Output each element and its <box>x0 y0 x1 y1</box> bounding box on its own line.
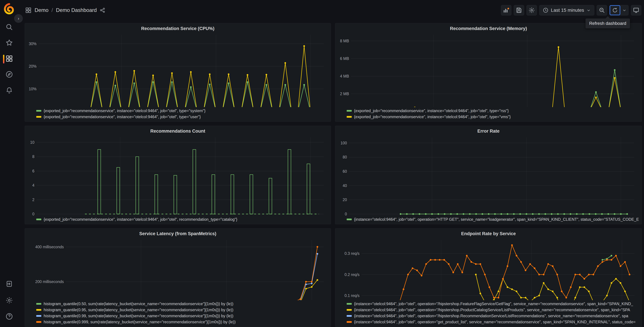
legend-label[interactable]: {exported_job="recommendationservice", i… <box>354 115 511 119</box>
clock-icon <box>543 8 548 13</box>
error-rate-chart[interactable]: 02040608010021:5021:5522:00 <box>338 135 639 216</box>
active-indicator <box>3 55 4 64</box>
legend-swatch <box>347 218 352 220</box>
legend-item: {instance="otelcol:9464", job="otel", op… <box>347 307 639 313</box>
sidebar-item-starred[interactable] <box>0 36 18 50</box>
legend-item: {instance="otelcol:9464", job="otel", op… <box>347 216 639 222</box>
sidebar-item-search[interactable] <box>0 20 18 34</box>
legend-swatch <box>347 303 352 305</box>
panel-title[interactable]: Recommendations Count <box>28 127 328 135</box>
service-latency-legend: histogram_quantile(0.50, sum(rate(latenc… <box>28 300 328 325</box>
panel-recommendation-memory: Recommendation Service (Memory) 0 MB2 MB… <box>335 23 642 122</box>
sidebar-item-alerting[interactable] <box>0 83 18 97</box>
zoom-out-time-button[interactable] <box>597 5 607 16</box>
refresh-tooltip: Refresh dashboard <box>586 18 630 28</box>
panel-title[interactable]: Error Rate <box>338 127 639 135</box>
dashboards-grid-icon <box>6 55 13 62</box>
sidebar-item-settings[interactable] <box>0 293 18 308</box>
chart-canvas: 0.0 req/s0.1 req/s0.2 req/s0.3 req/s21:5… <box>338 238 639 300</box>
sidebar-item-help[interactable] <box>0 309 18 324</box>
legend-label[interactable]: histogram_quantile(0.999, sum(rate(laten… <box>44 320 236 324</box>
legend-label[interactable]: histogram_quantile(0.95, sum(rate(latenc… <box>44 308 233 312</box>
svg-text:0: 0 <box>345 212 347 216</box>
save-dashboard-button[interactable] <box>514 5 524 16</box>
legend-swatch <box>347 116 352 118</box>
legend-label[interactable]: {instance="otelcol:9464", job="otel", op… <box>354 217 639 222</box>
legend-label[interactable]: {exported_job="recommendationservice", i… <box>44 217 238 222</box>
endpoint-rate-chart[interactable]: 0.0 req/s0.1 req/s0.2 req/s0.3 req/s21:5… <box>338 238 639 300</box>
chevron-down-icon <box>622 8 626 12</box>
legend-item: histogram_quantile(0.999, sum(rate(laten… <box>36 319 328 325</box>
sidebar-expand-button[interactable]: › <box>14 14 23 23</box>
sidebar: › <box>0 0 18 327</box>
endpoint-rate-legend: {instance="otelcol:9464", job="otel", op… <box>338 300 639 325</box>
breadcrumb: Demo / Demo Dashboard <box>25 7 106 14</box>
svg-text:4 MB: 4 MB <box>340 74 349 78</box>
svg-text:4: 4 <box>32 183 34 188</box>
grafana-logo[interactable] <box>3 3 15 15</box>
panel-service-latency: Service Latency (from SpanMetrics) 0 mil… <box>25 228 331 327</box>
service-latency-chart[interactable]: 0 milliseconds200 milliseconds400 millis… <box>28 238 328 300</box>
svg-text:100: 100 <box>340 141 347 145</box>
legend-item: {exported_job="recommendationservice", i… <box>36 216 328 222</box>
panel-endpoint-rate: Endpoint Rate by Service 0.0 req/s0.1 re… <box>335 228 642 327</box>
svg-text:40: 40 <box>343 184 347 188</box>
breadcrumb-parent[interactable]: Demo <box>34 7 48 13</box>
gear-icon <box>5 296 13 304</box>
svg-text:8 MB: 8 MB <box>340 39 349 43</box>
sidebar-item-sign-in[interactable] <box>0 277 18 291</box>
help-icon <box>5 312 13 320</box>
legend-label[interactable]: {instance="otelcol:9464", job="otel", op… <box>354 302 633 306</box>
legend-item: {exported_job="recommendationservice", i… <box>36 108 328 114</box>
recommendations-count-chart[interactable]: 024681021:5021:5522:00 <box>28 135 328 216</box>
legend-label[interactable]: histogram_quantile(0.50, sum(rate(latenc… <box>44 302 233 306</box>
compass-icon <box>5 70 13 78</box>
legend-label[interactable]: {exported_job="recommendationservice", i… <box>354 108 509 113</box>
refresh-dashboard-button[interactable] <box>610 5 620 15</box>
add-panel-button[interactable] <box>501 5 511 16</box>
sidebar-item-dashboards[interactable] <box>0 51 18 66</box>
panel-title[interactable]: Service Latency (from SpanMetrics) <box>28 230 328 238</box>
chart-canvas: 02040608010021:5021:5522:00 <box>338 135 638 216</box>
chevron-down-icon <box>586 8 591 12</box>
panel-title[interactable]: Endpoint Rate by Service <box>338 230 639 238</box>
legend-label[interactable]: {instance="otelcol:9464", job="otel", op… <box>354 320 636 324</box>
chart-canvas: 024681021:5021:5522:00 <box>28 135 328 216</box>
legend-swatch <box>36 110 41 112</box>
sidebar-item-explore[interactable] <box>0 67 18 82</box>
breadcrumb-current[interactable]: Demo Dashboard <box>56 7 97 13</box>
svg-text:8: 8 <box>32 154 34 159</box>
legend-swatch <box>347 315 352 317</box>
panel-title[interactable]: Recommendation Service (CPU%) <box>28 25 328 32</box>
kiosk-mode-button[interactable] <box>631 5 641 16</box>
legend-label[interactable]: {instance="otelcol:9464", job="otel", op… <box>354 308 630 312</box>
legend-label[interactable]: {instance="otelcol:9464", job="otel", op… <box>354 314 628 318</box>
memory-legend: {exported_job="recommendationservice", i… <box>338 107 639 120</box>
chart-canvas: 0 MB2 MB4 MB6 MB8 MB21:5021:5522:00 <box>338 32 638 107</box>
share-icon[interactable] <box>100 8 106 13</box>
chart-canvas: 0 milliseconds200 milliseconds400 millis… <box>28 238 328 300</box>
legend-swatch <box>36 116 41 118</box>
monitor-icon <box>633 7 639 14</box>
legend-swatch <box>347 309 352 311</box>
legend-item: histogram_quantile(0.50, sum(rate(latenc… <box>36 301 328 307</box>
dashboard-settings-button[interactable] <box>526 5 537 16</box>
panel-recommendation-cpu: Recommendation Service (CPU%) 0%10%20%30… <box>25 23 331 122</box>
zoom-out-icon <box>599 7 605 14</box>
time-range-picker[interactable]: Last 15 minutes <box>539 5 594 16</box>
svg-text:20%: 20% <box>29 64 36 68</box>
add-panel-icon <box>503 7 510 14</box>
svg-text:0: 0 <box>32 212 34 216</box>
legend-swatch <box>347 321 352 323</box>
memory-chart[interactable]: 0 MB2 MB4 MB6 MB8 MB21:5021:5522:00 <box>338 32 639 107</box>
legend-item: {exported_job="recommendationservice", i… <box>347 114 639 120</box>
cpu-chart[interactable]: 0%10%20%30%21:5021:5522:00 <box>28 32 328 107</box>
legend-item: histogram_quantile(0.99, sum(rate(latenc… <box>36 313 328 319</box>
legend-label[interactable]: {exported_job="recommendationservice", i… <box>44 115 201 119</box>
sign-in-icon <box>5 280 13 288</box>
svg-text:2: 2 <box>32 198 34 202</box>
legend-label[interactable]: {exported_job="recommendationservice", i… <box>44 108 206 113</box>
legend-label[interactable]: histogram_quantile(0.99, sum(rate(latenc… <box>44 314 233 318</box>
refresh-interval-dropdown[interactable] <box>620 5 628 15</box>
svg-text:0.1 req/s: 0.1 req/s <box>344 294 360 298</box>
